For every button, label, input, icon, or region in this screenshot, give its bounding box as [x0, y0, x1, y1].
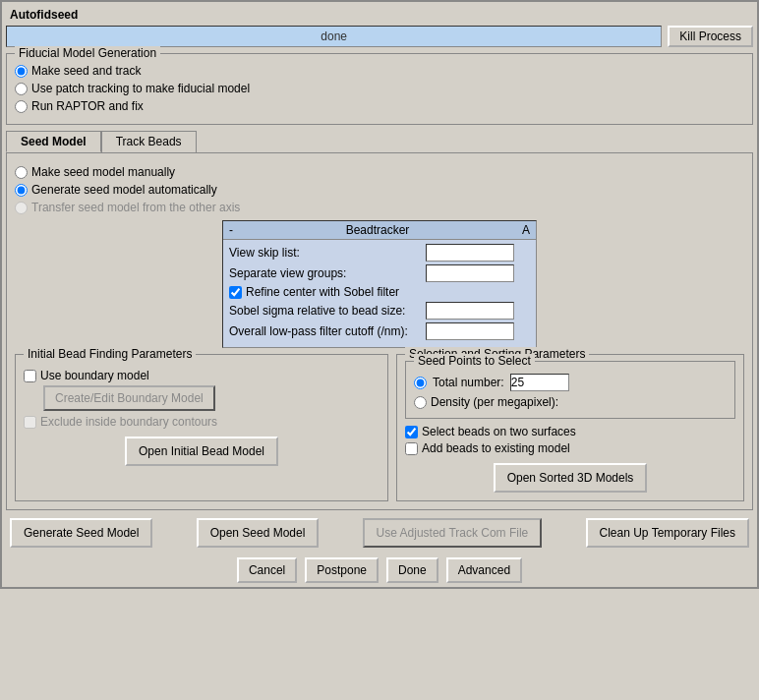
tab-seed-model[interactable]: Seed Model — [6, 131, 101, 152]
initial-bead-section: Initial Bead Finding Parameters Use boun… — [15, 354, 388, 501]
sobel-sigma-row: Sobel sigma relative to bead size: — [229, 302, 530, 320]
seed-points-group: Seed Points to Select Total number: Dens… — [405, 361, 735, 419]
fiducial-option-1: Make seed and track — [15, 64, 744, 78]
fiducial-option-2-label: Use patch tracking to make fiducial mode… — [31, 82, 250, 95]
separate-view-groups-label: Separate view groups: — [229, 266, 426, 280]
fiducial-radio-3[interactable] — [15, 100, 28, 113]
window-title: Autofidseed — [6, 6, 753, 26]
refine-center-checkbox[interactable] — [229, 286, 242, 299]
seed-manually-label: Make seed model manually — [31, 165, 175, 179]
clean-up-button[interactable]: Clean Up Temporary Files — [586, 518, 750, 548]
lowpass-cutoff-input[interactable] — [426, 322, 514, 340]
kill-process-button[interactable]: Kill Process — [668, 26, 753, 47]
main-window: Autofidseed done Kill Process Fiducial M… — [0, 0, 759, 589]
progress-label: done — [321, 29, 347, 43]
seed-model-tab-content: Make seed model manually Generate seed m… — [6, 152, 753, 510]
exclude-boundary-checkbox[interactable] — [24, 416, 36, 429]
progress-bar: done — [6, 26, 662, 47]
density-radio[interactable] — [414, 396, 427, 409]
fiducial-radio-2[interactable] — [15, 83, 28, 95]
use-boundary-label: Use boundary model — [40, 369, 149, 382]
advanced-button[interactable]: Advanced — [446, 557, 522, 583]
seed-radio-manually[interactable] — [15, 166, 28, 179]
use-boundary-row: Use boundary model — [24, 369, 380, 382]
add-beads-label: Add beads to existing model — [422, 441, 570, 455]
initial-bead-label: Initial Bead Finding Parameters — [24, 347, 196, 361]
select-two-surfaces-label: Select beads on two surfaces — [422, 425, 576, 438]
separate-view-groups-row: Separate view groups: — [229, 264, 530, 282]
exclude-boundary-row: Exclude inside boundary contours — [24, 415, 380, 429]
select-two-surfaces-row: Select beads on two surfaces — [405, 425, 735, 438]
create-edit-boundary-button[interactable]: Create/Edit Boundary Model — [43, 385, 215, 411]
beadtracker-minus[interactable]: - — [229, 223, 233, 237]
fiducial-option-1-label: Make seed and track — [31, 64, 141, 78]
fiducial-radio-1[interactable] — [15, 65, 28, 78]
action-buttons-row: Generate Seed Model Open Seed Model Use … — [6, 518, 753, 548]
fiducial-model-label: Fiducial Model Generation — [15, 46, 160, 60]
selection-sorting-section: Selection and Sorting Parameters Seed Po… — [396, 354, 744, 501]
total-number-row: Total number: — [414, 374, 727, 391]
refine-center-label: Refine center with Sobel filter — [246, 285, 399, 299]
density-label: Density (per megapixel): — [431, 395, 558, 409]
seed-auto-label: Generate seed model automatically — [31, 183, 217, 197]
lowpass-cutoff-label: Overall low-pass filter cutoff (/nm): — [229, 324, 426, 338]
seed-model-options: Make seed model manually Generate seed m… — [15, 165, 744, 214]
separate-view-groups-input[interactable] — [426, 264, 514, 282]
beadtracker-panel: - Beadtracker A View skip list: Separate… — [222, 220, 537, 348]
seed-radio-auto[interactable] — [15, 184, 28, 197]
seed-points-label: Seed Points to Select — [414, 354, 535, 368]
done-button[interactable]: Done — [386, 557, 438, 583]
total-number-input[interactable] — [510, 374, 569, 391]
seed-radio-transfer[interactable] — [15, 202, 28, 214]
tab-bar: Seed Model Track Beads — [6, 131, 753, 152]
beadtracker-header: - Beadtracker A — [223, 221, 536, 240]
use-boundary-checkbox[interactable] — [24, 370, 36, 382]
view-skip-list-input[interactable] — [426, 244, 514, 262]
open-sorted-button[interactable]: Open Sorted 3D Models — [494, 463, 648, 493]
open-seed-button[interactable]: Open Seed Model — [197, 518, 320, 548]
sobel-sigma-input[interactable] — [426, 302, 514, 320]
use-adjusted-button[interactable]: Use Adjusted Track Com File — [363, 518, 543, 548]
seed-transfer-label: Transfer seed model from the other axis — [31, 201, 240, 214]
footer-buttons: Cancel Postpone Done Advanced — [6, 557, 753, 583]
cancel-button[interactable]: Cancel — [237, 557, 297, 583]
tab-track-beads[interactable]: Track Beads — [101, 131, 197, 152]
fiducial-model-section: Fiducial Model Generation Make seed and … — [6, 53, 753, 125]
open-initial-bead-button[interactable]: Open Initial Bead Model — [125, 437, 278, 466]
open-sorted-btn-area: Open Sorted 3D Models — [405, 463, 735, 493]
refine-center-row: Refine center with Sobel filter — [229, 285, 530, 299]
add-beads-checkbox[interactable] — [405, 442, 418, 455]
postpone-button[interactable]: Postpone — [305, 557, 379, 583]
fiducial-option-3-label: Run RAPTOR and fix — [31, 99, 144, 113]
exclude-boundary-label: Exclude inside boundary contours — [40, 415, 217, 429]
fiducial-option-3: Run RAPTOR and fix — [15, 99, 744, 113]
density-row: Density (per megapixel): — [414, 395, 727, 409]
total-number-label: Total number: — [433, 376, 504, 389]
beadtracker-title: Beadtracker — [346, 223, 410, 237]
view-skip-list-row: View skip list: — [229, 244, 530, 262]
progress-row: done Kill Process — [6, 26, 753, 47]
two-col-area: Initial Bead Finding Parameters Use boun… — [15, 354, 744, 501]
lowpass-cutoff-row: Overall low-pass filter cutoff (/nm): — [229, 322, 530, 340]
generate-seed-button[interactable]: Generate Seed Model — [10, 518, 152, 548]
select-two-surfaces-checkbox[interactable] — [405, 426, 418, 438]
view-skip-list-label: View skip list: — [229, 246, 426, 260]
beadtracker-body: View skip list: Separate view groups: Re… — [223, 240, 536, 347]
sobel-sigma-label: Sobel sigma relative to bead size: — [229, 304, 426, 318]
fiducial-option-2: Use patch tracking to make fiducial mode… — [15, 82, 744, 95]
beadtracker-a: A — [522, 223, 530, 237]
total-number-radio[interactable] — [414, 377, 427, 389]
add-beads-row: Add beads to existing model — [405, 441, 735, 455]
